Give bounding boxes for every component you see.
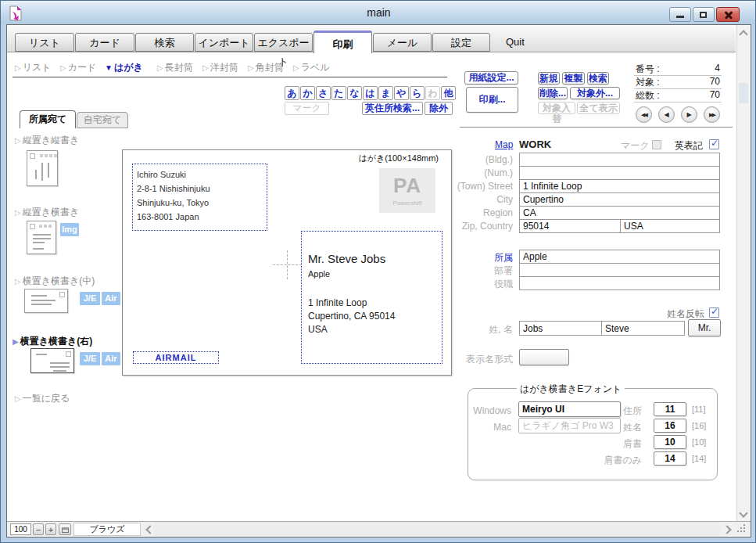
kana-sa-button[interactable]: さ [316, 86, 331, 100]
airmail-stamp[interactable]: AIRMAIL [133, 351, 219, 364]
delete-record-button[interactable]: 削除... [538, 87, 568, 99]
department-field[interactable] [519, 263, 720, 277]
name-size-field[interactable]: 16 [654, 419, 686, 433]
previous-record-button[interactable]: ◀ [658, 106, 675, 123]
img-variant-badge[interactable]: Img [60, 223, 79, 236]
minimize-icon [676, 16, 684, 18]
quit-button[interactable]: Quit [506, 36, 525, 48]
subnav-square-envelope[interactable]: ▷角封筒 [248, 61, 284, 74]
english-address-search-button[interactable]: 英住所検索... [362, 102, 423, 115]
organization-field[interactable]: Apple [519, 250, 720, 264]
field-value [520, 277, 719, 278]
mode-selector[interactable]: ブラウズ [73, 523, 141, 536]
tab-find[interactable]: 検索 [135, 33, 194, 52]
kana-ha-button[interactable]: は [363, 86, 378, 100]
bldg-field[interactable] [519, 153, 720, 167]
address-type-label[interactable]: WORK [519, 138, 551, 150]
map-link[interactable]: Map [495, 139, 513, 150]
print-button[interactable]: 印刷... [466, 87, 518, 113]
tab-export[interactable]: エクスポート [254, 33, 313, 52]
new-record-button[interactable]: 新規 [538, 72, 560, 85]
sender-block[interactable]: Ichiro Suzuki 2-8-1 Nishishinjuku Shinju… [132, 164, 267, 231]
first-record-button[interactable]: ◀◀ [636, 106, 652, 123]
kana-ra-button[interactable]: ら [410, 86, 425, 100]
zoom-level-field[interactable]: 100 [10, 523, 31, 535]
resize-grip[interactable] [737, 524, 747, 534]
kana-ma-button[interactable]: ま [378, 86, 393, 100]
organization-label: 所属 [419, 251, 513, 264]
job-title-field[interactable] [519, 276, 720, 290]
last-record-button[interactable]: ▶▶ [704, 106, 720, 123]
kana-ka-button[interactable]: か [300, 86, 315, 100]
zip-value[interactable]: 95014 [520, 220, 621, 232]
zip-country-field[interactable]: 95014USA [519, 219, 720, 233]
triangle-icon: ▷ [157, 63, 163, 72]
street-field[interactable]: 1 Infinite Loop [519, 179, 720, 193]
scroll-up-icon[interactable] [739, 30, 747, 38]
country-value[interactable]: USA [621, 220, 719, 232]
layout-portrait-vertical[interactable]: ▷縦置き縦書き [15, 134, 79, 147]
triangle-icon: ▷ [15, 208, 21, 217]
layout-landscape-center[interactable]: ▷横置き横書き(中) [15, 275, 95, 288]
scroll-down-icon[interactable] [739, 509, 747, 517]
postcard-landscape-right-icon[interactable] [30, 348, 74, 373]
postcard-portrait-vertical-icon[interactable] [27, 150, 58, 186]
last-name-field[interactable]: Jobs [519, 321, 602, 336]
je-variant-badge[interactable]: J/E [80, 352, 100, 365]
num-field[interactable] [519, 166, 720, 180]
tab-settings[interactable]: 設定 [432, 33, 490, 52]
tab-import[interactable]: インポート [195, 33, 253, 52]
je-variant-badge[interactable]: J/E [80, 292, 100, 305]
address-size-field[interactable]: 11 [654, 402, 686, 416]
kana-ta-button[interactable]: た [331, 86, 346, 100]
subnav-western-envelope[interactable]: ▷洋封筒 [202, 61, 238, 74]
air-variant-badge[interactable]: Air [102, 352, 120, 365]
paper-setup-button[interactable]: 用紙設定... [464, 71, 518, 85]
subnav-list[interactable]: ▷リスト [15, 61, 52, 74]
tab-print[interactable]: 印刷 [314, 31, 372, 53]
zoom-in-button[interactable]: + [45, 523, 56, 535]
minimize-button[interactable] [669, 7, 691, 22]
honorific-button[interactable]: Mr. [688, 319, 721, 336]
display-name-format-field[interactable] [519, 349, 569, 365]
first-name-field[interactable]: Steve [601, 321, 685, 336]
exclude-button[interactable]: 除外 [425, 102, 453, 115]
next-record-button[interactable]: ▶ [681, 106, 697, 123]
kana-na-button[interactable]: な [347, 86, 362, 100]
omit-record-button[interactable]: 対象外... [570, 87, 620, 99]
kana-a-button[interactable]: あ [285, 86, 299, 100]
restore-icon [700, 12, 707, 18]
city-field[interactable]: Cupertino [519, 192, 720, 207]
close-button[interactable] [716, 7, 740, 22]
air-variant-badge[interactable]: Air [102, 292, 120, 305]
kana-other-button[interactable]: 他 [441, 86, 456, 100]
horizontal-scrollbar[interactable] [154, 522, 720, 537]
tab-mail[interactable]: メール [373, 33, 432, 52]
layout-portrait-horizontal[interactable]: ▷縦置き横書き [15, 206, 79, 219]
english-notation-checkbox[interactable]: ✓ [709, 139, 719, 149]
duplicate-record-button[interactable]: 複製 [562, 72, 585, 85]
subnav-postcard[interactable]: ▼はがき [105, 61, 143, 74]
layout-landscape-right-selected[interactable]: ▶横置き横書き(右) [13, 335, 92, 348]
tab-card[interactable]: カード [75, 33, 134, 52]
name-reverse-checkbox[interactable]: ✓ [709, 307, 719, 318]
postcard-landscape-center-icon[interactable] [24, 289, 68, 313]
scrollbar-thumb[interactable] [739, 83, 748, 103]
subnav-long-envelope[interactable]: ▷長封筒 [157, 61, 193, 74]
region-field[interactable]: CA [519, 206, 720, 220]
title-size-field[interactable]: 10 [654, 435, 686, 449]
find-record-button[interactable]: 検索 [587, 72, 609, 85]
vertical-scrollbar[interactable] [736, 25, 750, 521]
restore-button[interactable] [693, 7, 715, 22]
tab-home-address[interactable]: 自宅宛て [77, 112, 128, 128]
tab-work-address[interactable]: 所属宛て [20, 110, 76, 128]
subnav-card[interactable]: ▷カード [60, 61, 96, 74]
postcard-portrait-horizontal-icon[interactable] [27, 221, 56, 254]
title-only-size-field[interactable]: 14 [654, 451, 686, 466]
back-to-list-link[interactable]: ▷一覧に戻る [15, 392, 70, 405]
tab-list[interactable]: リスト [15, 33, 74, 52]
kana-ya-button[interactable]: や [394, 86, 409, 100]
layout-mode-button[interactable] [59, 523, 71, 535]
subnav-label-sheet[interactable]: ▷ラベル [293, 61, 330, 74]
zoom-out-button[interactable]: − [33, 523, 44, 535]
